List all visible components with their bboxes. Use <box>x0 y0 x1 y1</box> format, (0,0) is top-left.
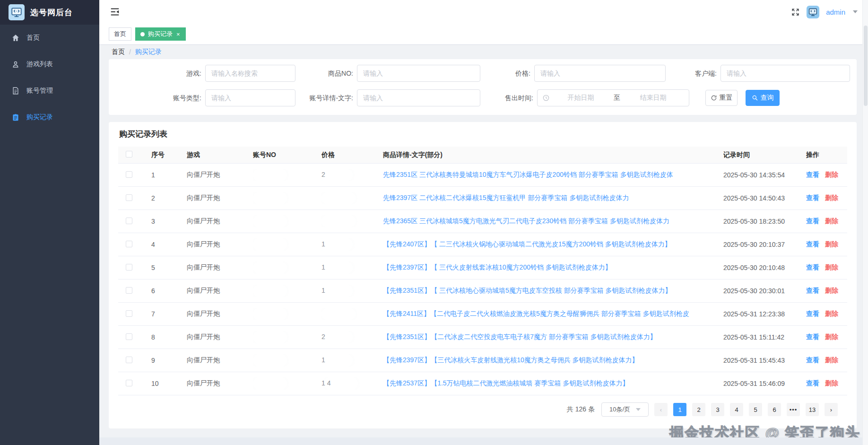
product-detail-link[interactable]: 【先锋2411区】【二代电子皮二代火核燃油皮激光核5魔方奥之母醒狮佣兵 部分赛季… <box>383 310 689 317</box>
row-checkbox[interactable] <box>126 241 132 247</box>
tab-首页[interactable]: 首页 <box>109 27 131 41</box>
next-page-button[interactable]: › <box>825 403 838 416</box>
search-button[interactable]: 查询 <box>746 90 780 106</box>
row-index: 3 <box>142 218 187 225</box>
view-action[interactable]: 查看 <box>806 171 819 178</box>
filter-card: 游戏:商品NO:价格:客户端:账号类型:账号详情-文字:售出时间:开始日期至结束… <box>109 59 857 115</box>
sidebar-item-game-list[interactable]: 游戏列表 <box>0 51 99 78</box>
delete-action[interactable]: 删除 <box>825 379 838 387</box>
user-dropdown-caret-icon[interactable] <box>853 10 858 13</box>
page-button-13[interactable]: 13 <box>806 403 819 416</box>
page-button-2[interactable]: 2 <box>692 403 705 416</box>
row-checkbox[interactable] <box>126 357 132 363</box>
table-row: 5向僵尸开炮1【先锋2397区】【 三代火皮射线套冰核10魔方200铃铛 多钥匙… <box>118 256 847 279</box>
filter-label-r1-3: 客户端: <box>636 65 717 82</box>
censor-blob <box>253 192 287 204</box>
row-record-time: 2025-05-30 20:10:48 <box>723 264 806 271</box>
delete-action[interactable]: 删除 <box>825 263 838 271</box>
row-checkbox[interactable] <box>126 333 132 340</box>
delete-action[interactable]: 删除 <box>825 310 838 317</box>
sidebar-item-purchase-records[interactable]: 购买记录 <box>0 104 99 131</box>
row-record-time: 2025-05-31 15:46:09 <box>723 380 806 387</box>
view-action[interactable]: 查看 <box>806 240 819 248</box>
search-label: 查询 <box>761 94 774 102</box>
menu-fold-icon[interactable] <box>110 7 120 17</box>
page-button-6[interactable]: 6 <box>768 403 781 416</box>
reset-button[interactable]: 重置 <box>705 90 738 106</box>
purchase-table: 序号游戏账号NO价格商品详情-文字(部分)记录时间操作1向僵尸开炮2先锋2351… <box>118 147 847 395</box>
row-checkbox[interactable] <box>126 380 132 386</box>
fullscreen-icon[interactable] <box>791 8 800 17</box>
row-actions: 查看删除 <box>806 356 847 365</box>
product-detail-link[interactable]: 【先锋2407区】【 二三代冰核火锅地心驱动城墙二代激光皮15魔方200铃铛 多… <box>383 240 671 248</box>
product-detail-link[interactable]: 先锋2365区 三代冰核城墙5魔方电激光气刃二代电子皮230铃铛 部分赛季宝箱 … <box>383 217 669 225</box>
delete-action[interactable]: 删除 <box>825 287 838 294</box>
row-account-no-censored <box>253 169 321 181</box>
breadcrumb-home[interactable]: 首页 <box>112 48 125 56</box>
page-button-3[interactable]: 3 <box>711 403 724 416</box>
table-row: 7向僵尸开炮【先锋2411区】【二代电子皮二代火核燃油皮激光核5魔方奥之母醒狮佣… <box>118 303 847 326</box>
page-button-4[interactable]: 4 <box>730 403 743 416</box>
date-range-picker[interactable]: 开始日期至结束日期 <box>537 89 689 106</box>
tab-label: 首页 <box>114 30 126 38</box>
breadcrumb-current[interactable]: 购买记录 <box>135 48 162 56</box>
delete-action[interactable]: 删除 <box>825 333 838 340</box>
delete-action[interactable]: 删除 <box>825 217 838 225</box>
page-size-select[interactable]: 10条/页 <box>601 402 649 417</box>
product-detail-link[interactable]: 先锋2397区 二代冰核二代冰爆核15魔方狂鲎机甲 部分赛季宝箱 多钥匙试剂枪皮… <box>383 194 629 201</box>
row-actions: 查看删除 <box>806 240 847 249</box>
date-end-placeholder[interactable]: 结束日期 <box>622 94 684 102</box>
row-checkbox-cell <box>118 333 142 341</box>
row-actions: 查看删除 <box>806 333 847 341</box>
delete-action[interactable]: 删除 <box>825 171 838 178</box>
sidebar-item-home[interactable]: 首页 <box>0 25 99 51</box>
page-button-1[interactable]: 1 <box>673 403 686 416</box>
row-checkbox[interactable] <box>126 310 132 317</box>
filter-input-r1-3[interactable] <box>720 65 850 82</box>
page-button-5[interactable]: 5 <box>749 403 762 416</box>
view-action[interactable]: 查看 <box>806 263 819 271</box>
view-action[interactable]: 查看 <box>806 194 819 201</box>
table-row: 10向僵尸开炮1 4【先锋2537区】【1.5万钻电核二代激光燃油核城墙 赛季宝… <box>118 372 847 395</box>
row-record-time: 2025-05-31 15:45:43 <box>723 357 806 364</box>
view-action[interactable]: 查看 <box>806 333 819 340</box>
avatar[interactable] <box>807 6 819 18</box>
delete-action[interactable]: 删除 <box>825 194 838 201</box>
product-detail-link[interactable]: 【先锋2351区】【二代冰皮二代空投皮电车电子核7魔方 部分赛季宝箱 多钥匙试剂… <box>383 333 657 340</box>
row-checkbox[interactable] <box>126 264 132 270</box>
row-actions: 查看删除 <box>806 171 847 179</box>
delete-action[interactable]: 删除 <box>825 240 838 248</box>
row-checkbox[interactable] <box>126 287 132 294</box>
row-actions: 查看删除 <box>806 194 847 202</box>
censor-blob <box>253 238 287 251</box>
product-detail-link[interactable]: 【先锋2537区】【1.5万钻电核二代激光燃油核城墙 赛季宝箱 多钥匙试剂枪皮体… <box>383 379 629 387</box>
filter-label-r1-1: 商品NO: <box>273 65 353 82</box>
view-action[interactable]: 查看 <box>806 379 819 387</box>
product-detail-link[interactable]: 【先锋2397区】【三代冰核火车皮射线激光核10魔方奥之母佣兵 多钥匙试剂枪皮体… <box>383 356 639 364</box>
censor-blob <box>321 354 353 366</box>
view-action[interactable]: 查看 <box>806 287 819 294</box>
price-partial-digits: 1 <box>321 263 325 271</box>
footer-strip <box>99 437 868 445</box>
view-action[interactable]: 查看 <box>806 356 819 364</box>
scrollbar[interactable] <box>862 0 868 445</box>
product-detail-link[interactable]: 【先锋2351区】【 三代冰核地心驱动城墙5魔方电皮车空投核 部分赛季宝箱 多钥… <box>383 287 672 294</box>
view-action[interactable]: 查看 <box>806 217 819 225</box>
product-detail-link[interactable]: 【先锋2397区】【 三代火皮射线套冰核10魔方200铃铛 多钥匙试剂枪皮体力】 <box>383 263 612 271</box>
view-action[interactable]: 查看 <box>806 310 819 317</box>
select-all-checkbox[interactable] <box>126 151 132 157</box>
date-start-placeholder[interactable]: 开始日期 <box>550 94 612 102</box>
tab-购买记录[interactable]: 购买记录× <box>135 27 186 41</box>
delete-action[interactable]: 删除 <box>825 356 838 364</box>
page-ellipsis[interactable]: ••• <box>787 403 800 416</box>
user-icon <box>11 60 20 69</box>
user-name[interactable]: admin <box>826 8 845 16</box>
tab-close-icon[interactable]: × <box>176 31 181 37</box>
row-checkbox[interactable] <box>126 171 132 178</box>
row-checkbox[interactable] <box>126 218 132 224</box>
product-detail-link[interactable]: 先锋2351区 三代冰核奥特曼城墙10魔方车气刃冰爆电子皮200铃铛 部分赛季宝… <box>383 171 673 178</box>
prev-page-button[interactable]: ‹ <box>654 403 668 416</box>
row-checkbox[interactable] <box>126 194 132 201</box>
sidebar-item-account-management[interactable]: 账号管理 <box>0 78 99 104</box>
scrollbar-thumb[interactable] <box>864 26 868 106</box>
